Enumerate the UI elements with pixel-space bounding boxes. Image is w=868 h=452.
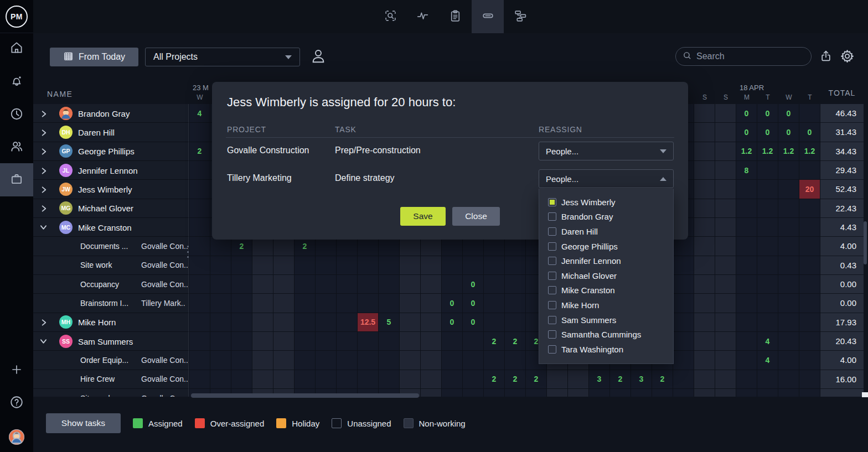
allocation-cell[interactable] [673, 275, 694, 294]
allocation-cell[interactable] [757, 294, 778, 313]
chevron-right-icon[interactable] [40, 319, 48, 326]
allocation-cell[interactable] [757, 256, 778, 275]
allocation-cell[interactable] [273, 332, 294, 351]
allocation-cell[interactable] [484, 313, 505, 332]
allocation-cell[interactable] [715, 256, 736, 275]
allocation-cell[interactable] [715, 389, 736, 397]
person-row-name[interactable]: SSSam Summers [33, 332, 189, 351]
allocation-cell[interactable] [715, 351, 736, 370]
sidebar-item-history[interactable] [0, 98, 33, 132]
allocation-cell[interactable] [715, 104, 736, 123]
allocation-cell[interactable] [379, 275, 400, 294]
chevron-down-icon[interactable] [40, 224, 48, 231]
allocation-cell[interactable] [799, 104, 820, 123]
chevron-right-icon[interactable] [40, 148, 48, 155]
task-row-name[interactable]: Site workGovalle Con [33, 389, 189, 397]
allocation-cell[interactable] [189, 256, 210, 275]
allocation-cell[interactable]: 2 [505, 332, 526, 351]
allocation-cell[interactable] [505, 294, 526, 313]
checkbox-unchecked[interactable] [548, 345, 556, 354]
topbar-zoom-search[interactable] [374, 0, 406, 33]
allocation-cell[interactable] [358, 237, 379, 256]
people-dropdown-item[interactable]: Brandon Gray [539, 210, 673, 225]
allocation-cell[interactable] [673, 294, 694, 313]
allocation-cell[interactable] [189, 237, 210, 256]
reassign-select-2[interactable]: People... [539, 169, 674, 188]
allocation-cell[interactable] [379, 294, 400, 313]
allocation-cell[interactable] [252, 237, 273, 256]
allocation-cell[interactable]: 0 [442, 313, 463, 332]
checkbox-unchecked[interactable] [548, 330, 556, 339]
column-resize-handle[interactable] [186, 246, 189, 258]
allocation-cell[interactable] [694, 161, 715, 180]
allocation-cell[interactable] [421, 275, 442, 294]
allocation-cell[interactable]: 0 [736, 123, 757, 142]
allocation-cell[interactable] [694, 199, 715, 218]
allocation-cell[interactable] [294, 313, 316, 332]
allocation-cell[interactable] [484, 294, 505, 313]
allocation-cell[interactable] [715, 199, 736, 218]
allocation-cell[interactable] [778, 237, 799, 256]
allocation-cell[interactable] [694, 332, 715, 351]
allocation-cell[interactable]: 1.2 [778, 142, 799, 161]
allocation-cell[interactable] [358, 370, 379, 389]
allocation-cell[interactable] [189, 313, 210, 332]
person-row-name[interactable]: DHDaren Hill [33, 123, 189, 142]
allocation-cell[interactable] [337, 256, 358, 275]
allocation-cell[interactable] [252, 313, 273, 332]
sidebar-item-add[interactable] [0, 354, 33, 387]
allocation-cell[interactable] [799, 332, 820, 351]
allocation-cell[interactable] [715, 237, 736, 256]
allocation-cell[interactable]: 0 [778, 104, 799, 123]
allocation-cell[interactable] [736, 256, 757, 275]
allocation-cell[interactable] [337, 332, 358, 351]
allocation-cell[interactable] [736, 370, 757, 389]
allocation-cell[interactable] [252, 256, 273, 275]
allocation-cell[interactable] [463, 370, 484, 389]
allocation-cell[interactable] [673, 389, 694, 397]
allocation-cell[interactable] [294, 275, 316, 294]
allocation-cell[interactable] [757, 218, 778, 237]
sidebar-item-help[interactable] [0, 387, 33, 420]
people-dropdown-item[interactable]: George Phillips [539, 239, 673, 254]
allocation-cell[interactable] [316, 370, 337, 389]
allocation-cell[interactable] [778, 161, 799, 180]
allocation-cell[interactable] [736, 199, 757, 218]
person-row-name[interactable]: JWJess Wimberly [33, 180, 189, 199]
allocation-cell[interactable] [379, 237, 400, 256]
allocation-cell[interactable] [694, 218, 715, 237]
allocation-cell[interactable]: 2 [526, 370, 547, 389]
people-dropdown-item[interactable]: Jess Wimberly [539, 195, 673, 210]
allocation-cell[interactable] [421, 294, 442, 313]
from-today-button[interactable]: From Today [50, 48, 138, 66]
allocation-cell[interactable] [210, 237, 231, 256]
allocation-cell[interactable] [337, 370, 358, 389]
sidebar-item-notifications[interactable] [0, 65, 33, 98]
allocation-cell[interactable] [736, 294, 757, 313]
allocation-cell[interactable] [799, 199, 820, 218]
allocation-cell[interactable] [400, 275, 421, 294]
people-dropdown-item[interactable]: Jennifer Lennon [539, 253, 673, 268]
allocation-cell[interactable] [210, 256, 231, 275]
allocation-cell[interactable] [589, 389, 610, 397]
allocation-cell[interactable] [189, 351, 210, 370]
allocation-cell[interactable] [252, 294, 273, 313]
allocation-cell[interactable]: 0 [463, 275, 484, 294]
allocation-cell[interactable] [799, 161, 820, 180]
allocation-cell[interactable]: 3 [631, 370, 652, 389]
allocation-cell[interactable] [273, 237, 294, 256]
allocation-cell[interactable] [778, 351, 799, 370]
allocation-cell[interactable] [273, 351, 294, 370]
chevron-right-icon[interactable] [40, 110, 48, 117]
allocation-cell[interactable] [463, 351, 484, 370]
allocation-cell[interactable] [231, 332, 252, 351]
allocation-cell[interactable] [694, 142, 715, 161]
allocation-cell[interactable] [421, 237, 442, 256]
checkbox-unchecked[interactable] [548, 257, 556, 265]
allocation-cell[interactable] [778, 180, 799, 199]
allocation-cell[interactable] [505, 351, 526, 370]
allocation-cell[interactable] [505, 275, 526, 294]
allocation-cell[interactable] [799, 351, 820, 370]
allocation-cell[interactable] [231, 370, 252, 389]
allocation-cell[interactable] [400, 313, 421, 332]
